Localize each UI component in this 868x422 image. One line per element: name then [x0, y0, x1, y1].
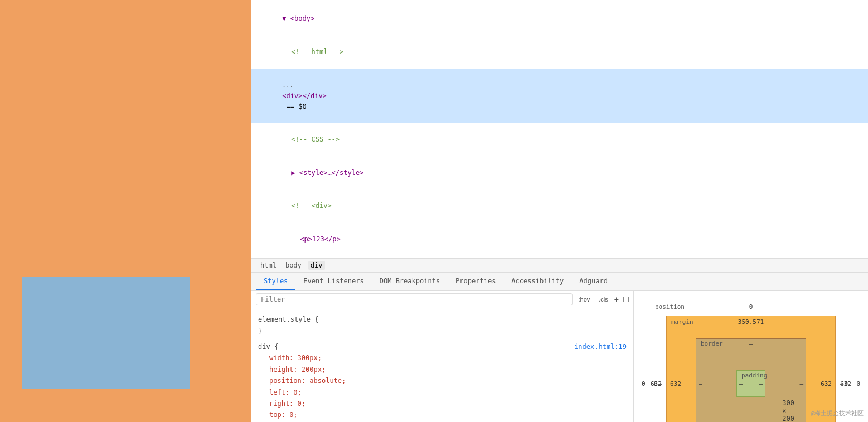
filter-toggle-icon	[623, 297, 629, 302]
css-prop-width: width: 300px;	[258, 352, 627, 363]
padding-text: padding	[741, 372, 767, 379]
breadcrumb-html[interactable]: html	[258, 261, 279, 270]
devtools-panel: ▼ <body> <!-- html --> ... <div></div> =…	[251, 0, 868, 422]
padding-layer: padding – – – – 300 × 200	[736, 370, 765, 397]
tab-adguard[interactable]: Adguard	[571, 273, 615, 290]
hov-button[interactable]: :hov	[576, 295, 593, 304]
breadcrumb: html body div	[251, 259, 868, 273]
tab-styles[interactable]: Styles	[256, 273, 295, 290]
css-rule-element-style: element.style { }	[251, 312, 633, 339]
dollar-sign: == $0	[282, 103, 306, 110]
tab-properties[interactable]: Properties	[448, 273, 503, 290]
watermark: @稀土掘金技术社区	[811, 409, 864, 418]
filter-bar: :hov .cls +	[251, 291, 633, 308]
border-left-dash: –	[699, 380, 702, 387]
padding-left-dash: –	[739, 380, 743, 387]
tab-event-listeners[interactable]: Event Listeners	[295, 273, 371, 290]
left-outer-0: 0	[642, 380, 646, 387]
preview-area	[0, 0, 251, 422]
breadcrumb-div[interactable]: div	[308, 261, 325, 270]
outer-left-dash: –	[658, 380, 662, 387]
border-right-dash: –	[799, 380, 803, 387]
margin-layer: margin 350.571 350.571 632 632 border –	[666, 316, 836, 422]
css-prop-left: left: 0;	[258, 387, 627, 398]
box-model-container: 0 0 0 0 position margin 350.571	[651, 300, 851, 422]
box-model-panel: 0 0 0 0 position margin 350.571	[634, 291, 868, 422]
css-rules: element.style { } div { index.html:19 wi…	[251, 308, 633, 422]
breadcrumb-body[interactable]: body	[283, 261, 304, 270]
main-content: :hov .cls + element.style { }	[251, 291, 868, 422]
css-rule-div-index: div { index.html:19 width: 300px; height…	[251, 339, 633, 422]
body-tag: ▼ <body>	[282, 14, 314, 22]
dom-tree: ▼ <body> <!-- html --> ... <div></div> =…	[251, 0, 868, 259]
margin-right-value: 632	[821, 380, 832, 387]
css-prop-top: top: 0;	[258, 409, 627, 420]
css-selector-div: div {	[258, 341, 278, 352]
margin-left-value: 632	[670, 380, 681, 387]
position-text: position	[655, 303, 685, 311]
style-tag: ▶ <style>…</style>	[291, 169, 363, 177]
css-prop-height: height: 200px;	[258, 364, 627, 375]
add-rule-button[interactable]: +	[614, 295, 619, 304]
border-text: border	[701, 340, 723, 347]
outer-right-dash: –	[840, 380, 843, 387]
content-size-label: 300 × 200	[782, 399, 794, 422]
filter-input[interactable]	[256, 293, 573, 305]
css-source-link[interactable]: index.html:19	[574, 341, 627, 352]
border-layer: border – – – padding – – – –	[696, 338, 806, 422]
css-prop-position: position: absolute;	[258, 375, 627, 386]
margin-text: margin	[671, 318, 694, 326]
tabs-bar: Styles Event Listeners DOM Breakpoints P…	[251, 273, 868, 291]
p-tag: <p>123</p>	[300, 235, 340, 243]
css-selector-element-style: element.style {	[258, 314, 627, 325]
dom-line-comment-html[interactable]: <!-- html -->	[251, 36, 868, 69]
dom-line-comment-div[interactable]: <!-- <div>	[251, 190, 868, 223]
box-model-visual: 0 0 0 0 position margin 350.571	[634, 291, 868, 422]
margin-top-value: 350.571	[738, 318, 764, 326]
dom-line-comment-css[interactable]: <!-- CSS -->	[251, 123, 868, 157]
tab-dom-breakpoints[interactable]: DOM Breakpoints	[372, 273, 448, 290]
dom-line-div-selected[interactable]: ... <div></div> == $0	[251, 69, 868, 123]
styles-panel: :hov .cls + element.style { }	[251, 291, 634, 422]
comment-css: <!-- CSS -->	[291, 135, 340, 143]
cls-button[interactable]: .cls	[596, 295, 611, 304]
tab-accessibility[interactable]: Accessibility	[503, 273, 571, 290]
dots-indicator: ...	[282, 81, 293, 89]
dom-line-style[interactable]: ▶ <style>…</style>	[251, 157, 868, 190]
right-outer-0: 0	[856, 380, 860, 387]
position-top-label: 0	[749, 303, 753, 311]
padding-right-dash: –	[759, 380, 763, 387]
css-prop-right: right: 0;	[258, 398, 627, 409]
css-rule-div-header: div { index.html:19	[258, 341, 627, 352]
padding-top-dash: –	[749, 372, 753, 379]
padding-bottom-dash: –	[749, 388, 753, 395]
css-closing-1: }	[258, 326, 627, 337]
border-bottom-dash: –	[749, 420, 753, 422]
blue-box	[22, 277, 190, 389]
comment-div: <!-- <div>	[291, 202, 331, 210]
comment-html: <!-- html -->	[291, 48, 343, 56]
border-top-dash: –	[749, 340, 753, 347]
dom-line-p[interactable]: <p>123</p>	[251, 223, 868, 256]
dom-line-body[interactable]: ▼ <body>	[251, 2, 868, 36]
div-tag-selected: <div></div>	[282, 92, 326, 100]
